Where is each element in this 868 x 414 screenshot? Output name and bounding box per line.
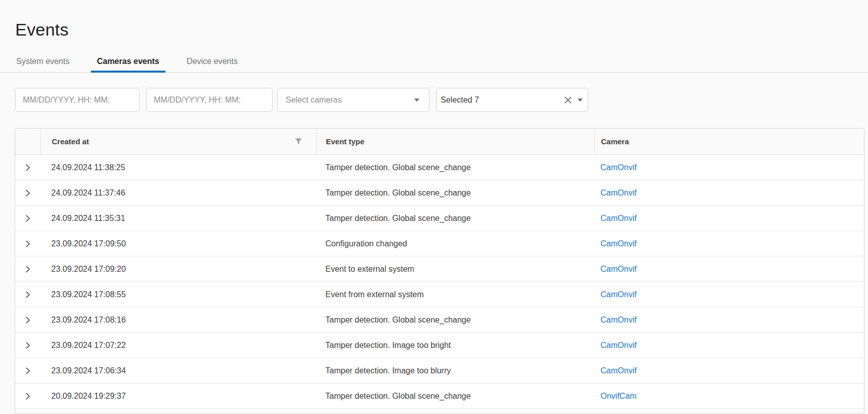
created-at-cell: 23.09.2024 17:08:16 — [40, 315, 316, 325]
header-expand-column — [15, 129, 40, 154]
chevron-right-icon — [24, 291, 32, 299]
select-cameras-dropdown[interactable]: Select cameras — [277, 88, 429, 112]
chevron-right-icon — [24, 164, 32, 172]
camera-link[interactable]: CamOnvif — [600, 239, 637, 248]
header-created-at-label: Created at — [52, 137, 89, 146]
expand-row-button[interactable] — [15, 214, 40, 222]
camera-link[interactable]: CamOnvif — [600, 290, 637, 299]
table-row[interactable]: 23.09.2024 17:06:34 Tamper detection. Im… — [15, 358, 864, 384]
created-at-cell: 24.09.2024 11:35:31 — [40, 214, 316, 223]
created-at-cell: 24.09.2024 11:38:25 — [40, 163, 316, 172]
chevron-down-icon — [578, 99, 583, 102]
chevron-right-icon — [24, 189, 32, 197]
camera-cell: CamOnvif — [594, 239, 864, 248]
expand-row-button[interactable] — [15, 164, 40, 172]
event-type-cell: Tamper detection. Image too bright — [316, 341, 594, 350]
camera-link[interactable]: CamOnvif — [600, 315, 637, 324]
table-row[interactable]: 24.09.2024 11:38:25 Tamper detection. Gl… — [15, 155, 864, 180]
created-at-cell: 24.09.2024 11:37:46 — [40, 188, 316, 198]
select-cameras-placeholder: Select cameras — [278, 95, 342, 105]
table-row[interactable]: 20.09.2024 19:29:37 Tamper detection. Gl… — [15, 384, 864, 409]
camera-cell: CamOnvif — [594, 188, 864, 198]
table-body: 24.09.2024 11:38:25 Tamper detection. Gl… — [15, 155, 864, 409]
events-table: Created at Event type Camera 24.09.2024 … — [15, 128, 864, 413]
expand-row-button[interactable] — [15, 240, 40, 248]
camera-cell: CamOnvif — [594, 290, 864, 299]
camera-link[interactable]: CamOnvif — [600, 265, 637, 273]
page-title: Events — [15, 18, 868, 41]
camera-cell: CamOnvif — [594, 214, 864, 223]
camera-cell: CamOnvif — [594, 341, 864, 350]
camera-cell: CamOnvif — [594, 366, 864, 375]
created-at-cell: 20.09.2024 19:29:37 — [40, 392, 316, 401]
event-type-cell: Event from external system — [316, 290, 594, 299]
table-row[interactable]: 24.09.2024 11:35:31 Tamper detection. Gl… — [15, 206, 864, 231]
event-type-cell: Configuration changed — [316, 239, 594, 248]
chevron-right-icon — [24, 367, 32, 375]
event-type-cell: Tamper detection. Global scene_change — [316, 392, 594, 401]
created-at-cell: 23.09.2024 17:06:34 — [40, 366, 316, 375]
table-row[interactable]: 23.09.2024 17:09:50 Configuration change… — [15, 231, 864, 257]
header-event-type-label: Event type — [326, 137, 364, 146]
camera-link[interactable]: CamOnvif — [600, 214, 637, 222]
chevron-down-icon — [414, 99, 419, 102]
camera-cell: CamOnvif — [594, 163, 864, 172]
camera-link[interactable]: OnvifCam — [600, 392, 637, 400]
tab-cameras-events[interactable]: Cameras events — [91, 50, 165, 72]
header-created-at: Created at — [40, 129, 316, 154]
table-header-row: Created at Event type Camera — [15, 129, 864, 155]
expand-row-button[interactable] — [15, 189, 40, 197]
expand-row-button[interactable] — [15, 291, 40, 299]
camera-link[interactable]: CamOnvif — [600, 341, 637, 349]
clear-icon[interactable] — [564, 97, 572, 104]
selected-filter-value: Selected 7 — [437, 95, 479, 105]
camera-link[interactable]: CamOnvif — [600, 188, 637, 197]
header-camera-label: Camera — [601, 137, 629, 146]
table-row[interactable]: 23.09.2024 17:08:55 Event from external … — [15, 282, 864, 307]
created-at-cell: 23.09.2024 17:07:22 — [40, 341, 316, 350]
chevron-right-icon — [24, 392, 32, 400]
expand-row-button[interactable] — [15, 392, 40, 400]
expand-row-button[interactable] — [15, 341, 40, 349]
event-type-cell: Tamper detection. Global scene_change — [316, 188, 594, 198]
expand-row-button[interactable] — [15, 367, 40, 375]
event-type-cell: Tamper detection. Global scene_change — [316, 214, 594, 223]
filter-icon[interactable] — [295, 138, 302, 145]
expand-row-button[interactable] — [15, 265, 40, 273]
date-from-input[interactable] — [15, 88, 140, 112]
chevron-right-icon — [24, 214, 32, 222]
camera-link[interactable]: CamOnvif — [600, 366, 637, 375]
event-type-cell: Event to external system — [316, 265, 594, 274]
chevron-right-icon — [24, 265, 32, 273]
created-at-cell: 23.09.2024 17:09:50 — [40, 239, 316, 248]
chevron-right-icon — [24, 316, 32, 324]
expand-row-button[interactable] — [15, 316, 40, 324]
table-row[interactable]: 23.09.2024 17:08:16 Tamper detection. Gl… — [15, 307, 864, 333]
camera-link[interactable]: CamOnvif — [600, 163, 637, 172]
filters-bar: Select cameras Selected 7 — [15, 88, 868, 112]
tab-device-events[interactable]: Device events — [181, 50, 244, 72]
chevron-right-icon — [24, 240, 32, 248]
tab-system-events[interactable]: System events — [15, 50, 76, 72]
camera-cell: CamOnvif — [594, 265, 864, 274]
table-row[interactable]: 23.09.2024 17:09:20 Event to external sy… — [15, 257, 864, 282]
camera-cell: OnvifCam — [594, 392, 864, 401]
event-type-cell: Tamper detection. Global scene_change — [316, 163, 594, 172]
chevron-right-icon — [24, 341, 32, 349]
event-type-cell: Tamper detection. Global scene_change — [316, 315, 594, 325]
table-row[interactable]: 23.09.2024 17:07:22 Tamper detection. Im… — [15, 333, 864, 358]
header-camera: Camera — [594, 129, 864, 154]
tab-bar: System events Cameras events Device even… — [0, 50, 868, 73]
date-to-input[interactable] — [146, 88, 273, 112]
camera-cell: CamOnvif — [594, 315, 864, 325]
header-event-type: Event type — [316, 129, 594, 154]
table-row[interactable]: 24.09.2024 11:37:46 Tamper detection. Gl… — [15, 180, 864, 206]
selected-filter-dropdown[interactable]: Selected 7 — [436, 88, 588, 112]
event-type-cell: Tamper detection. Image too blurry — [316, 366, 594, 375]
created-at-cell: 23.09.2024 17:08:55 — [40, 290, 316, 299]
created-at-cell: 23.09.2024 17:09:20 — [40, 265, 316, 274]
